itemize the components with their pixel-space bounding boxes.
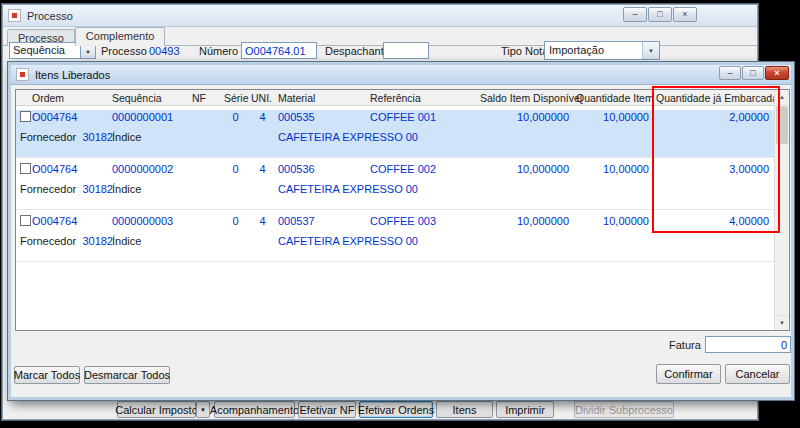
cell-serie: 0 [222, 110, 249, 126]
dividir-subprocesso-button: Dividir Subprocesso [574, 401, 674, 418]
tipo-nota-label: Tipo Nota [501, 45, 548, 57]
column-header-quantidade-item[interactable]: Quantidade Item [574, 90, 654, 105]
chevron-down-icon[interactable]: ▼ [642, 42, 659, 59]
numero-po-input[interactable] [241, 42, 317, 59]
app-icon [8, 9, 21, 22]
cancelar-button[interactable]: Cancelar [725, 364, 790, 384]
scroll-up-icon[interactable]: ▲ [775, 90, 789, 105]
cell-uni: 4 [249, 110, 276, 126]
cell-indice: Índice [110, 182, 190, 198]
close-icon[interactable]: × [673, 7, 697, 22]
processo-value: 00493 [149, 45, 180, 57]
cell-saldo-item-disponivel: 10,000000 [478, 214, 574, 230]
column-header-ordem[interactable]: Ordem [30, 90, 110, 105]
scroll-down-icon[interactable]: ▼ [775, 315, 789, 330]
acompanhamento-button[interactable]: Acompanhamento [214, 401, 295, 418]
dialog-titlebar[interactable]: Itens Liberados [11, 65, 791, 85]
cell-material-descricao: CAFETEIRA EXPRESSO 00 [276, 234, 478, 250]
cell-saldo-item-disponivel: 10,000000 [478, 162, 574, 178]
cell-nf [190, 162, 222, 178]
cell-referencia: COFFEE 002 [368, 162, 478, 178]
imprimir-button[interactable]: Imprimir [496, 401, 554, 418]
tab-complemento[interactable]: Complemento [75, 27, 165, 46]
efetivar-ordens-button[interactable]: Efetivar Ordens [359, 401, 433, 418]
efetivar-nf-button[interactable]: Efetivar NF [298, 401, 356, 418]
despachante-label: Despachante [325, 45, 390, 57]
itens-liberados-dialog: Itens Liberados – □ × Ordem Sequência NF… [8, 62, 794, 400]
column-header-material[interactable]: Material [276, 90, 368, 105]
processo-label: Processo [101, 45, 147, 57]
grid-header: Ordem Sequência NF Série UNI. Material R… [16, 90, 774, 106]
cell-indice: Índice [110, 234, 190, 250]
calcular-imposto-button[interactable]: Calcular Imposto [117, 401, 196, 418]
tipo-nota-value: Importação [549, 44, 604, 56]
table-row[interactable]: O004764 0000000003 0 4 000537 COFFEE 003… [16, 214, 774, 262]
maximize-icon[interactable]: □ [648, 7, 672, 22]
cell-quantidade-ja-embarcada: 3,00000 [654, 162, 774, 178]
column-header-serie[interactable]: Série [222, 90, 249, 105]
confirmar-button[interactable]: Confirmar [656, 364, 721, 384]
cell-referencia: COFFEE 001 [368, 110, 478, 126]
marcar-todos-button[interactable]: Marcar Todos [14, 366, 80, 384]
column-header-nf[interactable]: NF [190, 90, 222, 105]
column-header-referencia[interactable]: Referência [368, 90, 478, 105]
maximize-icon[interactable]: □ [742, 66, 764, 80]
itens-grid-body: Ordem Sequência NF Série UNI. Material R… [16, 90, 774, 330]
fatura-label: Fatura [669, 339, 701, 351]
fornecedor-value: 30182 [82, 235, 113, 247]
desmarcar-todos-button[interactable]: Desmarcar Todos [84, 366, 170, 384]
fornecedor-label: Fornecedor [20, 131, 76, 143]
column-header-saldo-item-disponivel[interactable]: Saldo Item Disponível [478, 90, 574, 105]
close-icon[interactable]: × [765, 66, 789, 80]
cell-material: 000536 [276, 162, 368, 178]
vertical-scrollbar[interactable]: ▲ ▼ [774, 90, 789, 330]
header-checkbox-spacer [16, 90, 30, 105]
processo-window-title: Processo [27, 10, 73, 22]
fornecedor-value: 30182 [82, 183, 113, 195]
cell-nf [190, 214, 222, 230]
cell-quantidade-item: 10,00000 [574, 110, 654, 126]
cell-quantidade-item: 10,00000 [574, 214, 654, 230]
cell-uni: 4 [249, 162, 276, 178]
column-header-sequencia[interactable]: Sequência [110, 90, 190, 105]
cell-quantidade-ja-embarcada: 4,00000 [654, 214, 774, 230]
cell-indice: Índice [110, 130, 190, 146]
minimize-icon[interactable]: – [623, 7, 647, 22]
dialog-title: Itens Liberados [35, 69, 110, 81]
fornecedor-label: Fornecedor [20, 183, 76, 195]
cell-serie: 0 [222, 214, 249, 230]
cell-fornecedor: Fornecedor 30182 [16, 234, 110, 250]
cell-material-descricao: CAFETEIRA EXPRESSO 00 [276, 130, 478, 146]
dialog-window-controls: – □ × [719, 66, 789, 80]
cell-material: 000537 [276, 214, 368, 230]
tipo-nota-select[interactable]: Importação ▼ [544, 41, 660, 60]
cell-fornecedor: Fornecedor 30182 [16, 130, 110, 146]
cell-uni: 4 [249, 214, 276, 230]
cell-quantidade-item: 10,00000 [574, 162, 654, 178]
column-header-quantidade-ja-embarcada[interactable]: Quantidade já Embarcada [654, 90, 774, 105]
desktop: Processo – □ × ProcessoComplemento Sequê… [0, 0, 800, 428]
fornecedor-value: 30182 [82, 131, 113, 143]
itens-button[interactable]: Itens [436, 401, 493, 418]
cell-nf [190, 110, 222, 126]
cell-referencia: COFFEE 003 [368, 214, 478, 230]
cell-ordem: O004764 [30, 214, 110, 230]
table-row[interactable]: O004764 0000000001 0 4 000535 COFFEE 001… [16, 110, 774, 158]
calcular-imposto-dropdown-icon[interactable]: ▼ [196, 401, 210, 418]
cell-ordem: O004764 [30, 162, 110, 178]
table-row[interactable]: O004764 0000000002 0 4 000536 COFFEE 002… [16, 162, 774, 210]
cell-ordem: O004764 [30, 110, 110, 126]
cell-saldo-item-disponivel: 10,000000 [478, 110, 574, 126]
column-header-uni[interactable]: UNI. [249, 90, 276, 105]
scrollbar-thumb[interactable] [776, 106, 788, 144]
cell-sequencia: 0000000003 [110, 214, 190, 230]
fatura-input[interactable] [705, 336, 791, 353]
minimize-icon[interactable]: – [719, 66, 741, 80]
cell-material: 000535 [276, 110, 368, 126]
cell-material-descricao: CAFETEIRA EXPRESSO 00 [276, 182, 478, 198]
despachante-input[interactable] [383, 42, 429, 59]
cell-quantidade-ja-embarcada: 2,00000 [654, 110, 774, 126]
cell-sequencia: 0000000001 [110, 110, 190, 126]
sequencia-selector[interactable]: Sequência [9, 42, 81, 59]
fornecedor-label: Fornecedor [20, 235, 76, 247]
